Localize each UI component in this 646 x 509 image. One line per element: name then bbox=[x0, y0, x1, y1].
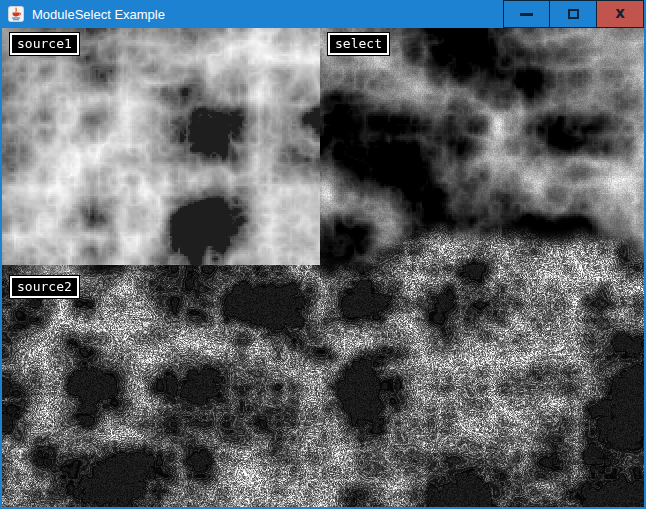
maximize-icon bbox=[568, 9, 579, 19]
source1-image bbox=[2, 28, 320, 265]
render-area: source1 select source2 bbox=[2, 28, 644, 507]
window-controls: x bbox=[503, 0, 644, 28]
java-coffee-cup-icon bbox=[8, 6, 24, 22]
app-window: ModuleSelect Example x source1 select so… bbox=[0, 0, 646, 509]
maximize-button[interactable] bbox=[550, 0, 597, 28]
window-title: ModuleSelect Example bbox=[32, 7, 503, 22]
minimize-button[interactable] bbox=[503, 0, 550, 28]
label-source1: source1 bbox=[10, 33, 79, 55]
titlebar[interactable]: ModuleSelect Example x bbox=[2, 0, 644, 28]
label-select: select bbox=[328, 33, 389, 55]
close-button[interactable]: x bbox=[597, 0, 644, 28]
label-source2: source2 bbox=[10, 276, 79, 298]
minimize-icon bbox=[520, 13, 533, 16]
close-icon: x bbox=[615, 6, 625, 21]
